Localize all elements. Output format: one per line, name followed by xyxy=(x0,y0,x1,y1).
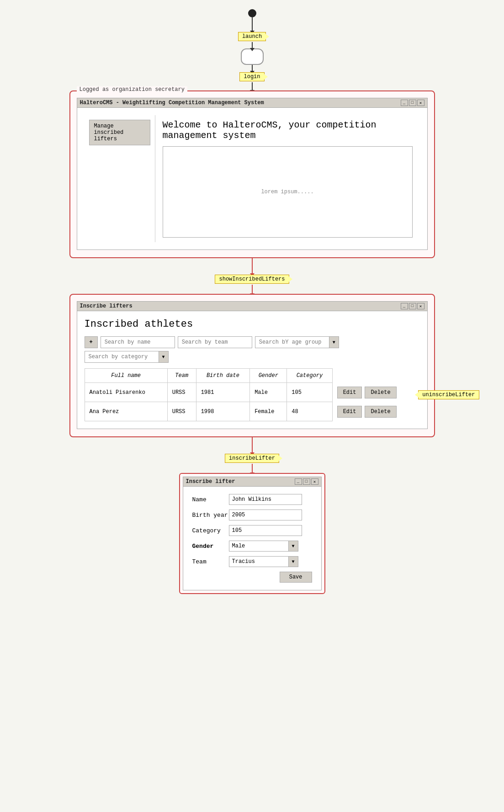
welcome-title: Welcome to HalteroCMS, your competition … xyxy=(163,120,413,141)
col-gender: Gender xyxy=(250,369,287,383)
athlete-2-actions: Edit Delete xyxy=(332,402,419,421)
name-row: Name xyxy=(192,494,312,505)
form-maximize-btn[interactable]: □ xyxy=(303,478,310,485)
team-select-arrow[interactable]: ▼ xyxy=(288,556,298,567)
search-category-group: ▼ xyxy=(85,351,169,363)
content-placeholder: lorem ipsum..... xyxy=(261,189,313,195)
form-chrome: Inscribe lifter _ □ ✕ Name Birth year xyxy=(183,477,322,590)
athletes-table: Full name Team Birth date Gender Categor… xyxy=(85,368,420,421)
sidebar: Manage inscribed lifters xyxy=(85,115,155,242)
col-birthdate: Birth date xyxy=(196,369,250,383)
name-label: Name xyxy=(192,496,229,503)
table-wrapper: Full name Team Birth date Gender Categor… xyxy=(85,368,420,421)
inscribe-titlebar: Inscribe lifters _ □ ✕ xyxy=(77,302,427,311)
inscribe-form-frame: Inscribe lifter _ □ ✕ Name Birth year xyxy=(179,473,325,594)
content-box: lorem ipsum..... xyxy=(163,146,413,238)
athlete-1-actions: Edit Delete xyxy=(332,383,419,402)
athlete-2-birthdate: 1998 xyxy=(196,402,250,421)
gender-select-arrow[interactable]: ▼ xyxy=(288,541,298,552)
inscribe-close-btn[interactable]: ✕ xyxy=(417,303,424,309)
save-row: Save xyxy=(192,572,312,583)
inscribe-window-controls: _ □ ✕ xyxy=(401,303,424,309)
inscribe-window: Inscribe lifters _ □ ✕ Inscribed athlete… xyxy=(77,301,428,429)
form-titlebar: Inscribe lifter _ □ ✕ xyxy=(183,477,321,487)
name-input[interactable] xyxy=(229,494,302,505)
gender-row: Gender ▼ xyxy=(192,541,312,552)
category-label: Category xyxy=(192,527,229,534)
initial-state xyxy=(248,9,256,17)
login-arrow-top xyxy=(252,65,253,71)
inscribed-athletes-title: Inscribed athletes xyxy=(85,318,420,330)
inscribe-maximize-btn[interactable]: □ xyxy=(409,303,416,309)
show-inscribed-label: showInscribedLifters xyxy=(215,275,289,284)
search-name-input[interactable] xyxy=(101,336,175,348)
form-body: Name Birth year Category Gender xyxy=(183,487,321,590)
team-row: Team ▼ xyxy=(192,556,312,567)
delete-athlete-1-btn[interactable]: Delete xyxy=(365,387,396,398)
toolbar: + ▼ ▼ xyxy=(85,336,420,363)
main-titlebar: HalteroCMS - Weightlifting Competition M… xyxy=(77,98,427,108)
inscribe-lifter-arrow2 xyxy=(252,464,253,473)
manage-inscribed-btn[interactable]: Manage inscribed lifters xyxy=(89,120,150,145)
minimize-btn[interactable]: _ xyxy=(401,100,408,106)
main-frame: Logged as organization secretary Haltero… xyxy=(69,90,435,258)
add-athlete-btn[interactable]: + xyxy=(85,336,98,348)
gender-select[interactable] xyxy=(229,541,288,552)
col-category: Category xyxy=(287,369,332,383)
launch-arrow xyxy=(252,17,253,31)
login-label: login xyxy=(239,72,264,81)
form-controls: _ □ ✕ xyxy=(295,478,318,485)
athlete-2-team: URSS xyxy=(167,402,196,421)
inscribe-window-body: Inscribed athletes + ▼ ▼ xyxy=(77,311,427,429)
team-select[interactable] xyxy=(229,556,288,567)
table-row: Anatoli Pisarenko URSS 1981 Male 105 Edi… xyxy=(85,383,419,402)
main-window-controls: _ □ ✕ xyxy=(401,100,424,106)
uninscribe-side-note: uninscribeLifter xyxy=(418,390,479,399)
edit-athlete-1-btn[interactable]: Edit xyxy=(337,387,362,398)
save-button[interactable]: Save xyxy=(280,572,312,583)
team-select-wrap: ▼ xyxy=(229,556,298,567)
main-window: HalteroCMS - Weightlifting Competition M… xyxy=(77,98,428,250)
athlete-1-gender: Male xyxy=(250,383,287,402)
athlete-2-name: Ana Perez xyxy=(85,402,167,421)
athlete-1-name: Anatoli Pisarenko xyxy=(85,383,167,402)
main-window-body: Manage inscribed lifters Welcome to Halt… xyxy=(77,108,427,249)
team-label: Team xyxy=(192,558,229,565)
birthyear-label: Birth year xyxy=(192,512,229,519)
main-frame-label: Logged as organization secretary xyxy=(77,86,187,93)
inscribe-lifter-label: inscribeLifter xyxy=(225,454,279,463)
birthyear-input[interactable] xyxy=(229,509,302,520)
inscribe-minimize-btn[interactable]: _ xyxy=(401,303,408,309)
category-input[interactable] xyxy=(229,525,302,536)
form-close-btn[interactable]: ✕ xyxy=(311,478,318,485)
col-actions-header xyxy=(332,369,419,383)
category-row: Category xyxy=(192,525,312,536)
gender-select-wrap: ▼ xyxy=(229,541,298,552)
athlete-1-team: URSS xyxy=(167,383,196,402)
search-age-input[interactable] xyxy=(255,336,329,348)
search-category-input[interactable] xyxy=(85,351,159,363)
delete-athlete-2-btn[interactable]: Delete xyxy=(365,406,396,418)
search-team-input[interactable] xyxy=(178,336,252,348)
athlete-1-category: 105 xyxy=(287,383,332,402)
form-minimize-btn[interactable]: _ xyxy=(295,478,302,485)
category-dropdown-arrow[interactable]: ▼ xyxy=(159,351,169,363)
table-row: Ana Perez URSS 1998 Female 48 Edit Delet… xyxy=(85,402,419,421)
gender-label: Gender xyxy=(192,543,229,550)
inscribe-window-title: Inscribe lifters xyxy=(80,303,133,309)
state-box-1 xyxy=(252,42,253,48)
col-team: Team xyxy=(167,369,196,383)
edit-athlete-2-btn[interactable]: Edit xyxy=(337,406,362,418)
maximize-btn[interactable]: □ xyxy=(409,100,416,106)
athlete-2-gender: Female xyxy=(250,402,287,421)
athlete-2-category: 48 xyxy=(287,402,332,421)
col-fullname: Full name xyxy=(85,369,167,383)
login-arrow-bot xyxy=(252,82,253,90)
inscribe-frame: Inscribe lifters _ □ ✕ Inscribed athlete… xyxy=(69,294,435,437)
close-btn[interactable]: ✕ xyxy=(417,100,424,106)
birthyear-row: Birth year xyxy=(192,509,312,520)
age-dropdown-arrow[interactable]: ▼ xyxy=(329,336,339,348)
launch-label: launch xyxy=(238,32,266,41)
show-inscribed-arrow2 xyxy=(252,285,253,294)
inscribe-lifter-arrow xyxy=(252,437,253,453)
